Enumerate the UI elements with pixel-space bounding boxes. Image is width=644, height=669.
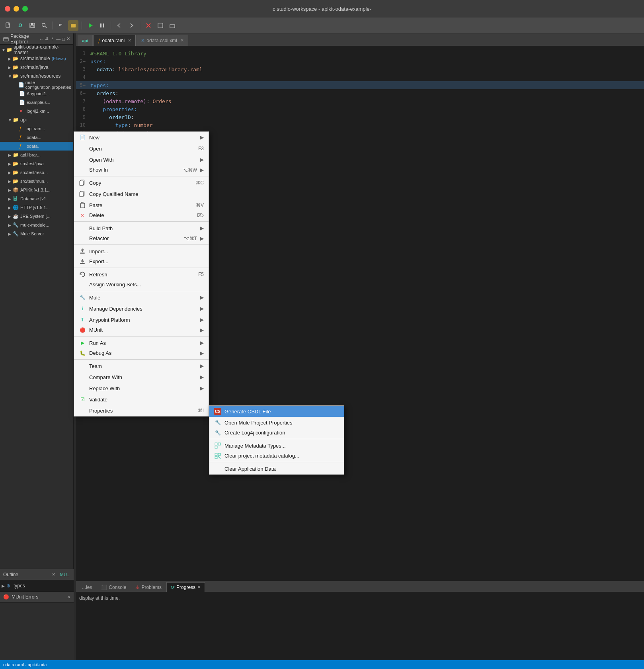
svg-rect-27 (215, 446, 217, 448)
open-mule-props-icon: 🔧 (214, 419, 221, 426)
submenu-item-clear-app-data[interactable]: Clear Application Data (209, 463, 344, 474)
new-icon: 📄 (79, 134, 86, 141)
menu-item-show-in[interactable]: Show In ⌥⌘W ▶ (74, 165, 209, 176)
compare-with-icon (79, 374, 86, 381)
assign-working-sets-icon (79, 281, 86, 288)
menu-item-munit[interactable]: 🔴 MUnit ▶ (74, 325, 209, 336)
manage-metadata-icon (214, 442, 221, 449)
menu-item-compare-with[interactable]: Compare With ▶ (74, 372, 209, 383)
submenu-item-open-mule-props[interactable]: 🔧 Open Mule Project Properties (209, 417, 344, 428)
menu-item-run-as[interactable]: ▶ Run As ▶ (74, 337, 209, 348)
anypoint-icon: ⬆ (79, 316, 86, 323)
menu-item-debug-as[interactable]: 🐛 Debug As ▶ (74, 348, 209, 360)
svg-rect-22 (80, 252, 84, 253)
menu-item-mule[interactable]: 🔧 Mule ▶ (74, 292, 209, 303)
svg-rect-24 (80, 263, 84, 264)
run-icon: ▶ (79, 339, 86, 346)
svg-rect-25 (215, 443, 217, 445)
mule-icon: 🔧 (79, 294, 86, 301)
svg-rect-26 (218, 443, 221, 445)
manage-deps-icon: ℹ (79, 305, 86, 312)
menu-item-copy[interactable]: Copy ⌘C (74, 177, 209, 188)
generate-csdl-icon: CS (214, 408, 221, 415)
clear-app-data-icon (214, 465, 221, 472)
svg-rect-29 (218, 453, 221, 456)
menu-item-validate[interactable]: ☑ Validate (74, 394, 209, 405)
context-menu-overlay[interactable]: 📄 New ▶ Open F3 Open With ▶ Show In ⌥⌘W … (0, 0, 644, 669)
menu-item-paste[interactable]: Paste ⌘V (74, 200, 209, 211)
refactor-icon (79, 235, 86, 242)
context-menu: 📄 New ▶ Open F3 Open With ▶ Show In ⌥⌘W … (74, 131, 209, 417)
open-with-icon (79, 156, 86, 163)
menu-item-replace-with[interactable]: Replace With ▶ (74, 383, 209, 394)
menu-item-refactor[interactable]: Refactor ⌥⌘T ▶ (74, 234, 209, 245)
munit-menu-icon: 🔴 (79, 327, 86, 334)
refresh-icon (79, 271, 86, 278)
delete-icon: ✕ (79, 212, 86, 219)
mule-submenu: CS Generate CSDL File 🔧 Open Mule Projec… (209, 405, 344, 475)
svg-rect-16 (80, 181, 83, 185)
svg-rect-20 (81, 202, 84, 203)
properties-icon (79, 407, 86, 414)
menu-item-manage-deps[interactable]: ℹ Manage Dependencies ▶ (74, 303, 209, 314)
menu-item-new[interactable]: 📄 New ▶ (74, 132, 209, 143)
clear-metadata-icon (214, 452, 221, 460)
menu-item-import[interactable]: Import... (74, 246, 209, 257)
build-path-icon (79, 225, 86, 232)
submenu-item-manage-metadata[interactable]: Manage Metadata Types... (209, 440, 344, 451)
menu-item-refresh[interactable]: Refresh F5 (74, 269, 209, 280)
menu-item-assign-working-sets[interactable]: Assign Working Sets... (74, 280, 209, 291)
menu-item-copy-qualified[interactable]: Copy Qualified Name (74, 188, 209, 200)
validate-icon: ☑ (79, 396, 86, 403)
svg-line-31 (218, 456, 221, 459)
menu-item-build-path[interactable]: Build Path ▶ (74, 223, 209, 234)
submenu-item-generate-csdl[interactable]: CS Generate CSDL File (209, 406, 344, 417)
svg-rect-28 (215, 453, 217, 456)
import-icon (79, 248, 86, 255)
menu-item-delete[interactable]: ✕ Delete ⌦ (74, 211, 209, 222)
team-icon (79, 362, 86, 370)
menu-item-anypoint-platform[interactable]: ⬆ Anypoint Platform ▶ (74, 314, 209, 325)
svg-rect-30 (215, 456, 217, 459)
submenu-item-create-log4j[interactable]: 🔧 Create Log4j configuration (209, 428, 344, 439)
copy-qualified-icon (79, 190, 86, 198)
svg-rect-18 (80, 192, 83, 196)
show-in-icon (79, 166, 86, 174)
menu-item-team[interactable]: Team ▶ (74, 360, 209, 372)
paste-icon (79, 201, 86, 209)
replace-with-icon (79, 385, 86, 392)
copy-icon (79, 179, 86, 186)
debug-icon: 🐛 (79, 350, 86, 357)
menu-item-open-with[interactable]: Open With ▶ (74, 154, 209, 165)
menu-item-open[interactable]: Open F3 (74, 143, 209, 154)
create-log4j-icon: 🔧 (214, 429, 221, 436)
export-icon (79, 258, 86, 265)
menu-item-properties[interactable]: Properties ⌘I (74, 405, 209, 416)
open-icon (79, 145, 86, 152)
submenu-item-clear-metadata[interactable]: Clear project metadata catalog... (209, 451, 344, 462)
menu-item-export[interactable]: Export... (74, 257, 209, 268)
